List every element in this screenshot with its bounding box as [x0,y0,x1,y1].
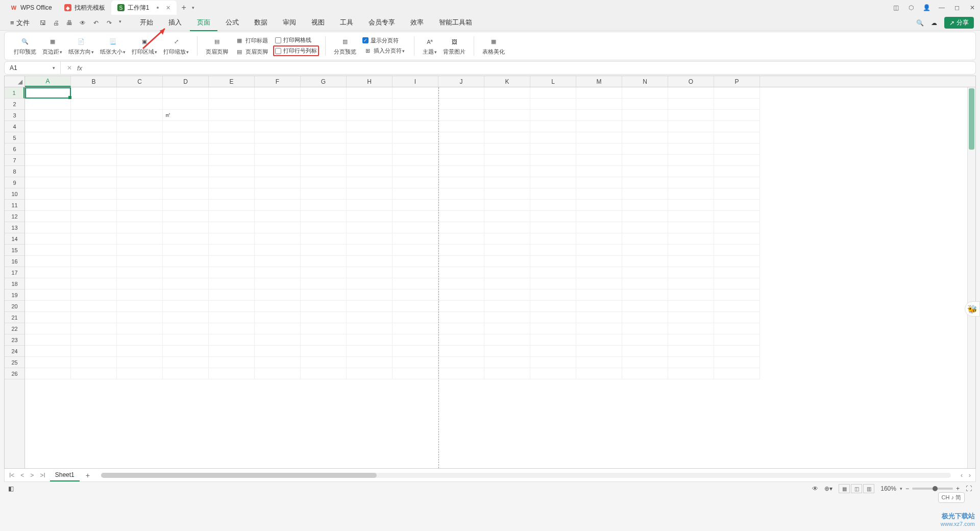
cell[interactable] [393,267,438,278]
cell[interactable] [163,323,209,334]
cell[interactable] [622,166,668,177]
column-header[interactable]: E [209,76,255,87]
cell[interactable] [576,132,622,143]
row-header[interactable]: 18 [5,278,24,289]
cell[interactable] [576,200,622,211]
cell[interactable] [622,357,668,368]
cell[interactable] [163,368,209,379]
cell[interactable] [25,233,71,245]
cell[interactable] [163,99,209,110]
cell[interactable] [347,132,393,143]
cell[interactable] [668,155,714,166]
cell[interactable] [255,323,301,334]
cell[interactable] [622,368,668,379]
cell[interactable] [347,110,393,121]
close-button[interactable]: ✕ [969,4,976,11]
cell[interactable] [622,312,668,323]
cell[interactable] [25,346,71,357]
cell[interactable] [484,357,530,368]
cell[interactable] [393,289,438,301]
cell[interactable] [301,110,347,121]
cell[interactable] [347,188,393,200]
print-icon[interactable]: 🖶 [65,19,74,27]
cell[interactable] [163,301,209,312]
cell[interactable] [484,121,530,132]
cell[interactable] [209,87,255,99]
cell[interactable] [255,222,301,233]
cell[interactable] [393,211,438,222]
cell[interactable] [438,278,484,289]
cell[interactable] [530,245,576,256]
cell[interactable] [668,177,714,188]
cell[interactable] [301,155,347,166]
row-header[interactable]: 20 [5,301,24,312]
cell[interactable] [622,334,668,346]
cell[interactable] [209,357,255,368]
tab-list-dropdown[interactable]: ▾ [192,5,194,10]
cell[interactable] [209,312,255,323]
cell[interactable] [347,289,393,301]
cell[interactable] [714,121,760,132]
tab-templates[interactable]: ◆ 找稻壳模板 [58,1,111,15]
cell[interactable] [255,211,301,222]
cell[interactable] [530,267,576,278]
cell[interactable] [255,121,301,132]
cell[interactable] [530,301,576,312]
cell[interactable] [393,245,438,256]
cell[interactable] [347,323,393,334]
cell[interactable] [622,87,668,99]
cell[interactable] [209,245,255,256]
tab-efficiency[interactable]: 效率 [403,15,431,31]
cell[interactable] [255,177,301,188]
cell[interactable] [438,110,484,121]
cell[interactable] [393,368,438,379]
cell[interactable] [530,132,576,143]
cell[interactable] [484,368,530,379]
formula-input[interactable] [87,64,969,71]
cell[interactable] [438,200,484,211]
cell[interactable] [301,121,347,132]
cell[interactable] [301,334,347,346]
cell[interactable] [209,200,255,211]
column-header[interactable]: I [393,76,438,87]
cell[interactable] [25,121,71,132]
cell[interactable] [484,155,530,166]
cell[interactable] [393,121,438,132]
cell[interactable] [530,87,576,99]
cell[interactable] [301,312,347,323]
cell[interactable] [668,166,714,177]
cell[interactable] [622,143,668,155]
cell[interactable] [71,301,117,312]
row-header[interactable]: 21 [5,312,24,323]
cell[interactable] [347,346,393,357]
cell[interactable] [393,334,438,346]
cell[interactable] [255,233,301,245]
cell[interactable] [576,155,622,166]
cell[interactable] [714,334,760,346]
cell[interactable] [117,166,163,177]
cell[interactable] [530,256,576,267]
cell[interactable] [438,188,484,200]
cell[interactable] [209,233,255,245]
settings-icon[interactable]: ⊕▾ [824,485,832,492]
cell[interactable] [71,87,117,99]
cell[interactable] [117,99,163,110]
cell[interactable] [668,368,714,379]
cell[interactable] [301,301,347,312]
cell[interactable] [668,256,714,267]
scrollbar-thumb[interactable] [969,88,974,150]
cell[interactable] [163,132,209,143]
cell[interactable] [117,155,163,166]
cell[interactable] [209,177,255,188]
cell[interactable] [576,110,622,121]
row-headers[interactable]: 1234567891011121314151617181920212223242… [5,87,25,468]
cell[interactable] [714,233,760,245]
cell[interactable] [117,312,163,323]
cell[interactable] [484,323,530,334]
cell[interactable] [484,99,530,110]
cell[interactable] [668,323,714,334]
cell[interactable] [163,121,209,132]
cell[interactable] [209,346,255,357]
cell[interactable] [714,188,760,200]
cell[interactable] [25,368,71,379]
